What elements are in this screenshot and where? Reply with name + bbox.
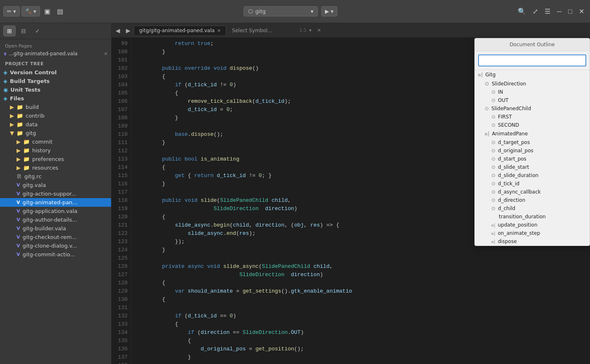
write-button[interactable]: ✏ ▾: [3, 6, 20, 17]
sidebar-item-build[interactable]: ▶ 📁 build: [0, 103, 111, 111]
expand-button[interactable]: ⤢: [530, 5, 540, 18]
sidebar-tab-files[interactable]: ⊟: [17, 26, 30, 36]
sidebar-tab-vcs[interactable]: ✓: [31, 26, 44, 36]
menu-button[interactable]: ☰: [542, 5, 553, 18]
version-control-label: Version Control: [10, 69, 57, 76]
sidebar-item-commit[interactable]: ▶ 📁 commit: [0, 137, 111, 146]
gitg-folder-icon2: 📁: [17, 130, 23, 136]
maximize-button[interactable]: □: [566, 5, 575, 18]
gitg-label: gitg: [26, 130, 36, 136]
search-button[interactable]: 🔍: [515, 5, 528, 18]
outline-on-animate-step-label: on_animate_step: [498, 230, 540, 236]
outline-out-icon: ⊙: [491, 97, 495, 103]
sidebar-item-gitg[interactable]: ▼ 📁 gitg: [0, 129, 111, 137]
zoom-dropdown-icon[interactable]: ▾: [309, 28, 312, 33]
outline-method-icon2: ᵰ|: [491, 231, 495, 236]
history-folder-icon: ▶: [17, 147, 21, 154]
outline-search-input[interactable]: [478, 54, 586, 66]
resources-label: resources: [32, 165, 58, 171]
file-tab-close-icon[interactable]: ✕: [217, 28, 221, 33]
sidebar-item-build-targets[interactable]: ◈ Build Targets: [0, 77, 111, 85]
outline-item-d-child[interactable]: ⊙ d_child: [475, 204, 590, 213]
gitg-checkout-label: gitg-checkout-rem...: [23, 234, 77, 240]
outline-item-d-tick-id[interactable]: ⊙ d_tick_id: [475, 180, 590, 188]
sidebar-item-files[interactable]: ◈ Files: [0, 94, 111, 103]
build-folder-icon: ▶: [10, 104, 14, 110]
outline-d-slide-duration-label: d_slide_duration: [498, 173, 538, 178]
sidebar-item-gitg-application[interactable]: V gitg-application.vala: [0, 207, 111, 215]
sidebar-item-preferences[interactable]: ▶ 📁 preferences: [0, 155, 111, 163]
data-label: data: [26, 121, 38, 128]
outline-item-in[interactable]: ⊙ IN: [475, 88, 590, 96]
sidebar-item-resources[interactable]: ▶ 📁 resources: [0, 163, 111, 172]
sidebar-item-gitg-rc[interactable]: 🖹 gitg.rc: [0, 172, 111, 181]
preferences-folder-icon: ▶: [17, 156, 21, 162]
outline-item-on-animate-step[interactable]: ᵰ| on_animate_step: [475, 229, 590, 237]
build-targets-icon: ◈: [3, 78, 7, 84]
outline-item-d-slide-start[interactable]: ⊙ d_slide_start: [475, 163, 590, 171]
tab-next-button[interactable]: ▶: [123, 26, 133, 35]
outline-item-slide-paned-child[interactable]: ⊙ SlidePanedChild: [475, 104, 590, 113]
close-file-icon[interactable]: ✕: [104, 51, 108, 57]
gitg-animated-icon: V: [17, 200, 20, 205]
outline-item-gitg[interactable]: ᵰ| Gitg: [475, 70, 590, 79]
tab-prev-button[interactable]: ◀: [113, 26, 123, 35]
sidebar-item-unit-tests[interactable]: ◉ Unit Tests: [0, 85, 111, 94]
build-button[interactable]: 🔨 ▾: [21, 6, 40, 17]
outline-spc-icon: ⊙: [485, 106, 489, 111]
outline-out-label: OUT: [498, 97, 509, 103]
outline-item-d-async-callback[interactable]: ⊙ d_async_callback: [475, 188, 590, 196]
outline-item-d-original-pos[interactable]: ⊙ d_original_pos: [475, 147, 590, 155]
open-file-item[interactable]: ∨ ...gitg-animated-paned.vala ✕: [0, 50, 111, 58]
file-tab[interactable]: gitg/gitg-animated-paned.vala ✕: [134, 26, 226, 35]
close-window-button[interactable]: ✕: [576, 5, 587, 18]
unit-tests-icon: ◉: [3, 87, 8, 93]
run-button[interactable]: ▶ ▾: [321, 6, 337, 17]
outline-method-icon3: ᵰ|: [491, 239, 495, 244]
outline-d-target-pos-label: d_target_pos: [498, 139, 530, 145]
sidebar-item-gitg-commit[interactable]: V gitg-commit-actio...: [0, 250, 111, 259]
outline-ap-icon: ᵰ|: [485, 130, 489, 137]
sidebar-item-gitg-author[interactable]: V gitg-author-details...: [0, 215, 111, 224]
outline-item-first[interactable]: ⊙ FIRST: [475, 113, 590, 121]
sidebar-item-gitg-checkout[interactable]: V gitg-checkout-rem...: [0, 233, 111, 241]
outline-item-d-direction[interactable]: ⊙ d_direction: [475, 196, 590, 204]
outline-item-transition-duration[interactable]: transition_duration: [475, 213, 590, 221]
panel-toggle-button[interactable]: ▣: [42, 5, 53, 18]
files-label: Files: [10, 95, 24, 102]
outline-item-animated-pane[interactable]: ᵰ| AnimatedPane: [475, 129, 590, 138]
gitg-rc-label: gitg.rc: [24, 173, 42, 180]
outline-item-dispose[interactable]: ᵰ| dispose: [475, 237, 590, 246]
outline-item-second[interactable]: ⊙ SECOND: [475, 121, 590, 129]
sidebar-tab-layout[interactable]: ⊞: [3, 26, 16, 36]
sidebar-item-version-control[interactable]: ◈ Version Control: [0, 68, 111, 77]
symbol-tab[interactable]: Select Symbol... 1:1 ▾ ✕: [227, 26, 326, 35]
project-dropdown-icon: ▾: [310, 8, 313, 14]
minimize-button[interactable]: ─: [554, 5, 564, 18]
sidebar-item-data[interactable]: ▶ 📁 data: [0, 120, 111, 129]
outline-panel: Document Outline ᵰ| Gitg ⊙ SlideDirectio…: [474, 38, 590, 246]
sidebar-item-gitg-builder[interactable]: V gitg-builder.vala: [0, 224, 111, 233]
outline-item-update-position[interactable]: ᵰ| update_position: [475, 221, 590, 229]
panel2-toggle-button[interactable]: ▤: [54, 5, 66, 18]
gitg-checkout-icon: V: [17, 234, 20, 240]
build-folder-icon2: 📁: [17, 104, 23, 110]
sidebar-item-gitg-vala[interactable]: V gitg.vala: [0, 181, 111, 189]
outline-field-icon5: ⊙: [491, 173, 495, 178]
outline-item-d-slide-duration[interactable]: ⊙ d_slide_duration: [475, 171, 590, 180]
sidebar-item-contrib[interactable]: ▶ 📁 contrib: [0, 111, 111, 120]
outline-item-out[interactable]: ⊙ OUT: [475, 96, 590, 104]
sidebar-item-gitg-clone[interactable]: V gitg-clone-dialog.v...: [0, 241, 111, 250]
sidebar-item-gitg-animated[interactable]: V gitg-animated-pan...: [0, 198, 111, 207]
gitg-folder-icon: ▼: [10, 130, 14, 136]
project-selector[interactable]: ⬡ gitg ▾: [244, 6, 318, 17]
sidebar-item-gitg-action[interactable]: V gitg-action-suppor...: [0, 189, 111, 198]
outline-item-d-target-pos[interactable]: ⊙ d_target_pos: [475, 138, 590, 147]
gitg-vala-icon: V: [17, 182, 20, 188]
build-label: build: [26, 104, 39, 110]
outline-item-d-start-pos[interactable]: ⊙ d_start_pos: [475, 155, 590, 163]
sidebar-item-history[interactable]: ▶ 📁 history: [0, 146, 111, 155]
symbol-tab-close-icon[interactable]: ✕: [317, 28, 321, 33]
code-area: ◀ ▶ gitg/gitg-animated-paned.vala ✕ Sele…: [111, 23, 590, 364]
outline-item-slide-direction[interactable]: ⊙ SlideDirection: [475, 79, 590, 88]
